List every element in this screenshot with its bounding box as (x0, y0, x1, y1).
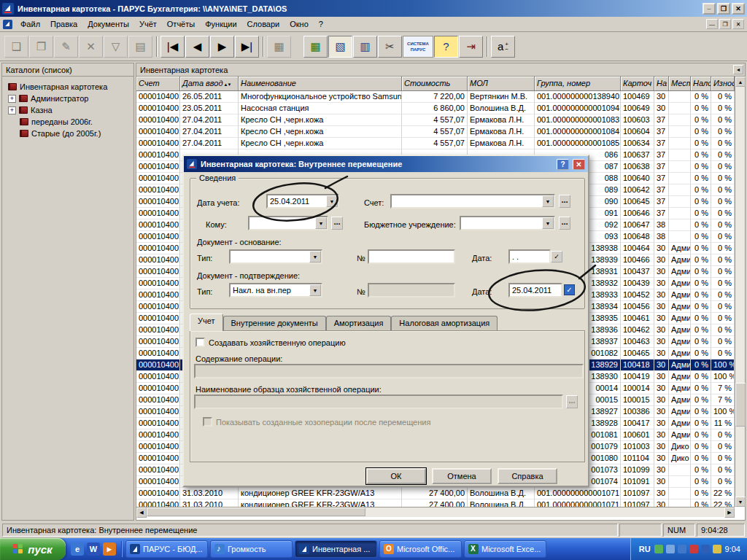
column-header-3[interactable]: Наименование (239, 77, 402, 91)
task-button[interactable]: Microsoft Exce... (464, 540, 546, 558)
table-row[interactable]: 000010400127.04.2011Кресло СН ,черн.кожа… (136, 114, 735, 126)
table-row[interactable]: 000010400131.03.2010кондиционер GREE KFR… (136, 499, 735, 507)
next-record-button[interactable]: ▶ (210, 36, 234, 58)
word-icon[interactable]: W (87, 542, 100, 556)
ok-button[interactable]: ОК (366, 468, 426, 484)
table-row[interactable]: 000010400127.04.2011Кресло СН ,черн.кожа… (136, 126, 735, 138)
task-button[interactable]: Инвентарная ... (295, 540, 377, 558)
tab-Внутренние документы[interactable]: Внутренние документы (223, 316, 326, 331)
prev-record-button[interactable]: ◀ (185, 36, 209, 58)
account-browse-button[interactable] (559, 195, 570, 208)
dropdown-arrow-icon[interactable] (309, 251, 321, 262)
base-date-check-button[interactable] (551, 251, 562, 262)
task-button[interactable]: Громкость (210, 540, 293, 558)
tray-volume-icon[interactable] (666, 545, 675, 553)
tree-item[interactable]: +Казна (4, 104, 132, 116)
column-header-9[interactable]: Место (669, 77, 691, 91)
table-row[interactable]: 000010400126.05.2011Многофункциональное … (136, 91, 735, 103)
horizontal-scroll-thumb[interactable] (147, 508, 365, 516)
dropdown-arrow-icon[interactable] (315, 217, 327, 229)
help-button[interactable]: Справка (498, 468, 557, 484)
details-button[interactable]: ▥ (353, 36, 377, 58)
confirm-date-input[interactable]: 25.04.2011 (508, 283, 562, 298)
to-browse-button[interactable] (331, 217, 343, 230)
exit-button[interactable]: ⇥ (459, 36, 483, 58)
dictionary-button[interactable]: ▦ (303, 36, 328, 58)
create-operation-checkbox[interactable] (196, 338, 205, 347)
font-zoom-button[interactable]: a+− (491, 36, 515, 58)
dropdown-arrow-icon[interactable] (309, 284, 321, 296)
tab-Налоговая амортизация[interactable]: Налоговая амортизация (391, 316, 498, 331)
vertical-scroll-thumb[interactable] (735, 383, 746, 427)
column-header-10[interactable]: Налоги (691, 77, 711, 91)
column-header-5[interactable]: МОЛ (468, 77, 535, 91)
scroll-right-button[interactable]: ▶ (724, 508, 735, 518)
close-button[interactable] (732, 3, 745, 15)
dropdown-arrow-icon[interactable] (542, 217, 554, 229)
confirm-type-combo[interactable]: Накл. на вн.пер (229, 283, 322, 298)
budget-browse-button[interactable] (559, 217, 570, 230)
menu-item-Документы[interactable]: Документы (82, 18, 134, 30)
column-header-8[interactable]: На (654, 77, 669, 91)
menu-item-Файл[interactable]: Файл (15, 18, 45, 30)
confirm-date-checkbox[interactable] (564, 284, 575, 295)
scroll-down-button[interactable]: ▼ (735, 497, 746, 507)
table-row[interactable]: 000010400123.05.2011Насосная станция6 86… (136, 103, 735, 114)
cancel-button[interactable]: Отмена (432, 468, 492, 484)
table-row[interactable]: 000010400131.03.2010кондиционер GREE KFR… (136, 488, 735, 499)
scroll-up-button[interactable]: ▲ (735, 77, 746, 87)
column-header-7[interactable]: Карточ (621, 77, 654, 91)
vertical-scrollbar[interactable]: ▲ ▼ (735, 77, 745, 507)
table-row[interactable]: 000010400127.04.2011Кресло СН ,черн.кожа… (136, 138, 735, 149)
menu-item-Отчёты[interactable]: Отчёты (162, 18, 200, 30)
first-record-button[interactable]: |◀ (160, 36, 185, 58)
tray-antivirus-icon[interactable] (689, 545, 698, 553)
dialog-help-button[interactable] (557, 159, 569, 170)
menu-item-Окно[interactable]: Окно (285, 18, 314, 30)
tree-item[interactable]: +Администратор (4, 93, 132, 104)
tray-scheduler-icon[interactable] (713, 545, 721, 553)
internet-explorer-icon[interactable]: e (71, 542, 84, 556)
menu-item-Правка[interactable]: Правка (45, 18, 82, 30)
panel-collapse-button[interactable] (733, 65, 743, 74)
task-button[interactable]: Microsoft Offic... (379, 540, 462, 558)
dialog-close-button[interactable] (573, 159, 585, 170)
tree-expander-icon[interactable]: + (8, 95, 16, 103)
tab-Амортизация[interactable]: Амортизация (326, 316, 392, 331)
dropdown-arrow-icon[interactable] (326, 195, 338, 207)
tree-item[interactable]: Инвентарная картотека (4, 81, 132, 93)
task-button[interactable]: ПАРУС - БЮД... (125, 540, 208, 558)
tray-network-icon[interactable] (678, 545, 686, 553)
tree-item[interactable]: Старые (до 2005г.) (4, 128, 132, 139)
accounting-date-combo[interactable]: 25.04.2011 (266, 194, 339, 209)
account-combo[interactable] (390, 194, 555, 209)
column-header-11[interactable]: Износ (711, 77, 735, 91)
child-restore-button[interactable] (719, 19, 731, 29)
column-header-6[interactable]: Группа, номер (535, 77, 621, 91)
horizontal-scrollbar[interactable]: ◀ ▶ (136, 507, 735, 517)
dropdown-arrow-icon[interactable] (542, 195, 554, 207)
minimize-button[interactable] (703, 3, 716, 15)
to-combo[interactable] (248, 216, 328, 230)
card-search-button[interactable]: ▧ (328, 36, 352, 58)
tray-display-icon[interactable] (701, 545, 710, 553)
operations-button[interactable]: ✂ (378, 36, 402, 58)
column-header-1[interactable]: Счет (136, 77, 180, 91)
scroll-left-button[interactable]: ◀ (136, 508, 147, 518)
last-record-button[interactable]: ▶| (235, 36, 259, 58)
tree-expander-icon[interactable]: + (8, 106, 16, 114)
column-header-4[interactable]: Стоимость (402, 77, 468, 91)
menu-item-Функции[interactable]: Функции (200, 18, 241, 30)
tree-item[interactable]: переданы 2006г. (4, 116, 132, 128)
budget-combo[interactable] (460, 216, 555, 230)
menu-item-Учёт[interactable]: Учёт (134, 18, 162, 30)
menu-item-Словари[interactable]: Словари (242, 18, 285, 30)
child-minimize-button[interactable] (706, 19, 718, 29)
window-titlebar[interactable]: Инвентарная картотека - ПАРУС Бухгалтери… (0, 0, 747, 17)
language-indicator[interactable]: RU (639, 545, 651, 553)
tab-Учет[interactable]: Учет (190, 314, 223, 331)
base-num-input[interactable] (368, 249, 455, 264)
start-button[interactable]: пуск (0, 538, 66, 560)
help-button[interactable]: ? (434, 36, 458, 58)
base-type-combo[interactable] (229, 249, 322, 264)
